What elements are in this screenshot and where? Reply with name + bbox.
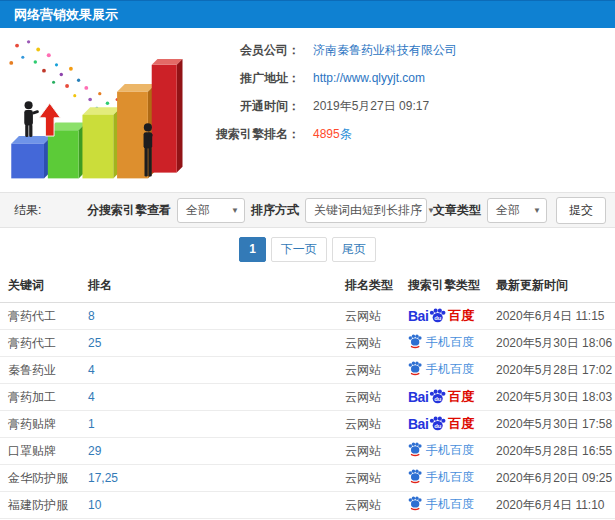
bar-blue [11,136,51,178]
rank-link[interactable]: 10 [80,492,337,519]
rank-count: 4895 [313,127,340,141]
engine-rank-label: 搜索引擎排名： [182,126,300,143]
header-engine-type: 搜索引擎类型 [400,270,488,303]
engine-cell: 手机百度 [400,438,488,465]
engine-filter-label: 分搜索引擎查看 [87,202,171,219]
baidu-mobile-label: 手机百度 [426,444,474,456]
rank-link[interactable]: 8 [80,303,337,330]
svg-text:du: du [434,396,442,402]
engine-cell: 手机百度 [400,357,488,384]
baidu-mobile-label: 手机百度 [426,363,474,375]
rank-type-cell: 云网站 [337,384,400,411]
updated-cell: 2020年5月28日 17:02 [488,357,615,384]
results-panel: 结果: 分搜索引擎查看 全部 ▼ 排序方式 关键词由短到长排序 ▼ 文章类型 全… [0,192,615,228]
results-label: 结果: [14,202,41,219]
open-time-row: 开通时间： 2019年5月27日 09:17 [182,92,457,120]
results-table: 关键词 排名 排名类型 搜索引擎类型 最新更新时间 膏药代工 8 云网站 Bai… [0,270,615,519]
baidu-paw-icon: du [429,416,446,431]
table-row: 口罩贴牌 29 云网站 手机百度 2020年5月28日 16:55 [0,438,615,465]
keyword-cell: 膏药代工 [0,303,80,330]
type-filter-label: 文章类型 [433,202,481,219]
open-time-value: 2019年5月27日 09:17 [313,98,429,115]
engine-cell: Bai du 百度 [400,384,488,411]
baidu-paw-icon: du [429,389,446,404]
rank-type-cell: 云网站 [337,330,400,357]
engine-cell: 手机百度 [400,492,488,519]
baidu-pc-logo: Bai du 百度 [408,389,474,404]
rank-unit: 条 [340,127,352,141]
table-row: 金华防护服 17,25 云网站 手机百度 2020年6月20日 09:25 [0,465,615,492]
sort-filter-label: 排序方式 [251,202,299,219]
baidu-mobile-paw-icon [408,496,422,511]
updated-cell: 2020年5月28日 16:55 [488,438,615,465]
page-button-next[interactable]: 下一页 [271,237,327,262]
table-row: 福建防护服 10 云网站 手机百度 2020年6月4日 11:10 [0,492,615,519]
header-updated: 最新更新时间 [488,270,615,303]
engine-filter-value: 全部 [186,202,210,219]
baidu-mobile-logo: 手机百度 [408,361,474,376]
keyword-cell: 口罩贴牌 [0,438,80,465]
bar-yellow [82,107,120,178]
type-filter-select[interactable]: 全部 ▼ [487,198,547,223]
updated-cell: 2020年6月4日 11:10 [488,492,615,519]
updated-cell: 2020年5月30日 17:58 [488,411,615,438]
chevron-down-icon: ▼ [231,206,239,215]
table-header-row: 关键词 排名 排名类型 搜索引擎类型 最新更新时间 [0,270,615,303]
engine-filter-select[interactable]: 全部 ▼ [177,198,245,223]
rank-link[interactable]: 4 [80,357,337,384]
baidu-mobile-paw-icon [408,469,422,484]
keyword-cell: 膏药贴牌 [0,411,80,438]
keyword-cell: 膏药加工 [0,384,80,411]
company-label: 会员公司： [182,42,300,59]
open-time-label: 开通时间： [182,98,300,115]
rank-link[interactable]: 29 [80,438,337,465]
rank-type-cell: 云网站 [337,492,400,519]
baidu-mobile-logo: 手机百度 [408,469,474,484]
filters-bar: 分搜索引擎查看 全部 ▼ 排序方式 关键词由短到长排序 ▼ 文章类型 全部 ▼ … [87,197,606,224]
page-button-last[interactable]: 尾页 [332,237,376,262]
member-info-list: 会员公司： 济南秦鲁药业科技有限公司 推广地址： http://www.qlyy… [182,36,457,148]
engine-rank-row: 搜索引擎排名： 4895条 [182,120,457,148]
promo-url-link[interactable]: http://www.qlyyjt.com [313,71,425,85]
keyword-cell: 金华防护服 [0,465,80,492]
page-title: 网络营销效果展示 [14,7,118,22]
page-button-current[interactable]: 1 [239,237,266,262]
rank-link[interactable]: 17,25 [80,465,337,492]
baidu-mobile-paw-icon [408,334,422,349]
header-rank: 排名 [80,270,337,303]
rank-type-cell: 云网站 [337,465,400,492]
engine-cell: Bai du 百度 [400,303,488,330]
baidu-pc-logo: Bai du 百度 [408,416,474,431]
baidu-mobile-label: 手机百度 [426,336,474,348]
growth-chart-illustration [0,36,188,188]
baidu-mobile-logo: 手机百度 [408,496,474,511]
submit-button[interactable]: 提交 [556,197,606,224]
keyword-cell: 膏药代工 [0,330,80,357]
svg-text:du: du [434,423,442,429]
rank-link[interactable]: 25 [80,330,337,357]
sort-filter-value: 关键词由短到长排序 [314,202,422,219]
results-table-body: 膏药代工 8 云网站 Bai du 百度 2020年6月4日 11:15 膏药代… [0,303,615,519]
updated-cell: 2020年6月4日 11:15 [488,303,615,330]
engine-cell: Bai du 百度 [400,411,488,438]
sort-filter-select[interactable]: 关键词由短到长排序 ▼ [305,198,427,223]
keyword-cell: 秦鲁药业 [0,357,80,384]
baidu-mobile-logo: 手机百度 [408,334,474,349]
rank-type-cell: 云网站 [337,357,400,384]
rank-link[interactable]: 1 [80,411,337,438]
bar-red [152,59,183,173]
rank-type-cell: 云网站 [337,411,400,438]
rank-link[interactable]: 4 [80,384,337,411]
baidu-mobile-paw-icon [408,442,422,457]
chevron-down-icon: ▼ [533,206,541,215]
type-filter-value: 全部 [496,202,520,219]
table-row: 膏药贴牌 1 云网站 Bai du 百度 2020年5月30日 17:58 [0,411,615,438]
header-keyword: 关键词 [0,270,80,303]
engine-cell: 手机百度 [400,330,488,357]
baidu-mobile-logo: 手机百度 [408,442,474,457]
promo-url-label: 推广地址： [182,70,300,87]
baidu-mobile-paw-icon [408,361,422,376]
businessman-left [24,101,39,137]
svg-text:du: du [434,315,442,321]
updated-cell: 2020年5月30日 18:06 [488,330,615,357]
